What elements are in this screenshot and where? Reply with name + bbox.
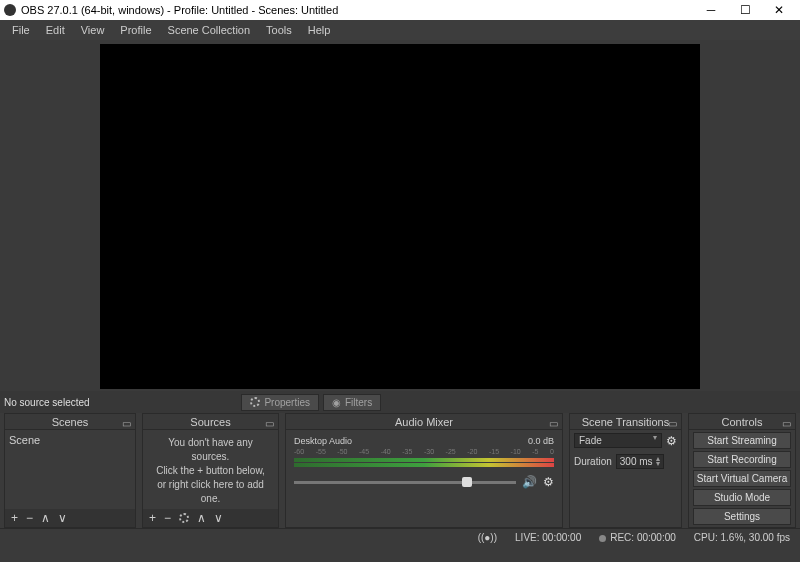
sources-header: Sources▭ [143,414,278,430]
move-source-up[interactable]: ∧ [197,511,206,525]
vu-meter [294,463,554,467]
transition-settings-button[interactable]: ⚙ [666,434,677,448]
maximize-button[interactable]: ☐ [728,0,762,20]
selection-status: No source selected [4,397,90,408]
start-recording-button[interactable]: Start Recording [693,451,791,468]
move-scene-down[interactable]: ∨ [58,511,67,525]
minimize-button[interactable]: ─ [694,0,728,20]
status-cpu: CPU: 1.6%, 30.00 fps [694,532,790,543]
studio-mode-button[interactable]: Studio Mode [693,489,791,506]
broadcast-icon: ((●)) [478,532,497,543]
status-bar: ((●)) LIVE: 00:00:00 REC: 00:00:00 CPU: … [0,528,800,546]
scenes-panel: Scenes▭ Scene + − ∧ ∨ [4,413,136,528]
video-preview[interactable] [100,44,700,389]
status-rec: REC: 00:00:00 [599,532,676,543]
close-button[interactable]: ✕ [762,0,796,20]
start-virtual-camera-button[interactable]: Start Virtual Camera [693,470,791,487]
gear-icon [250,397,260,407]
slider-thumb[interactable] [462,477,472,487]
volume-slider[interactable] [294,481,516,484]
settings-button[interactable]: Settings [693,508,791,525]
mixer-header: Audio Mixer▭ [286,414,562,430]
sources-toolbar: + − ∧ ∨ [143,509,278,527]
transition-select[interactable]: Fade▾ [574,433,662,448]
status-live: LIVE: 00:00:00 [515,532,581,543]
rec-dot-icon [599,535,606,542]
source-toolbar: No source selected Properties ◉Filters [0,391,800,413]
menu-help[interactable]: Help [300,24,339,36]
filter-icon: ◉ [332,397,341,408]
speaker-icon[interactable]: 🔊 [522,475,537,489]
audio-channel: Desktop Audio 0.0 dB -60-55-50-45-40-35-… [286,430,562,495]
duration-input[interactable]: 300 ms▴▾ [616,454,664,469]
sources-empty-hint: You don't have any sources. Click the + … [143,430,278,509]
scene-item[interactable]: Scene [5,430,135,450]
scenes-toolbar: + − ∧ ∨ [5,509,135,527]
audio-mixer-panel: Audio Mixer▭ Desktop Audio 0.0 dB -60-55… [285,413,563,528]
preview-area [0,40,800,391]
chevron-down-icon: ▾ [653,435,657,446]
remove-scene-button[interactable]: − [26,511,33,525]
start-streaming-button[interactable]: Start Streaming [693,432,791,449]
source-settings-button[interactable] [179,513,189,523]
add-source-button[interactable]: + [149,511,156,525]
menu-tools[interactable]: Tools [258,24,300,36]
obs-logo-icon [4,4,16,16]
sources-list[interactable]: You don't have any sources. Click the + … [143,430,278,509]
move-scene-up[interactable]: ∧ [41,511,50,525]
transitions-panel: Scene Transitions▭ Fade▾ ⚙ Duration 300 … [569,413,682,528]
menu-profile[interactable]: Profile [112,24,159,36]
meter-ticks: -60-55-50-45-40-35-30-25-20-15-10-50 [294,448,554,456]
properties-button[interactable]: Properties [241,394,319,411]
menubar: File Edit View Profile Scene Collection … [0,20,800,40]
controls-panel: Controls▭ Start Streaming Start Recordin… [688,413,796,528]
add-scene-button[interactable]: + [11,511,18,525]
sources-panel: Sources▭ You don't have any sources. Cli… [142,413,279,528]
spinner-icon: ▴▾ [656,456,660,467]
channel-name: Desktop Audio [294,436,352,446]
channel-level: 0.0 dB [528,436,554,446]
menu-edit[interactable]: Edit [38,24,73,36]
remove-source-button[interactable]: − [164,511,171,525]
transitions-header: Scene Transitions▭ [570,414,681,430]
scenes-list[interactable]: Scene [5,430,135,509]
menu-view[interactable]: View [73,24,113,36]
channel-settings-button[interactable]: ⚙ [543,475,554,489]
duration-label: Duration [574,456,612,467]
titlebar: OBS 27.0.1 (64-bit, windows) - Profile: … [0,0,800,20]
controls-header: Controls▭ [689,414,795,430]
filters-button[interactable]: ◉Filters [323,394,381,411]
menu-scene-collection[interactable]: Scene Collection [160,24,259,36]
menu-file[interactable]: File [4,24,38,36]
dock-panels: Scenes▭ Scene + − ∧ ∨ Sources▭ You don't… [0,413,800,528]
window-title: OBS 27.0.1 (64-bit, windows) - Profile: … [21,4,694,16]
move-source-down[interactable]: ∨ [214,511,223,525]
scenes-header: Scenes▭ [5,414,135,430]
vu-meter [294,458,554,462]
